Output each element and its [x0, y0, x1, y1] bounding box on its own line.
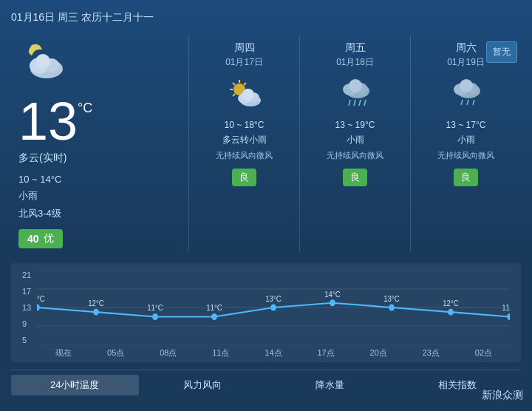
today-temperature: 13 °C [18, 95, 181, 148]
day1-range: 10 ~ 18°C [197, 120, 292, 130]
x-label-0: 现在 [37, 347, 89, 359]
svg-text:12°C: 12°C [443, 299, 459, 308]
aqi-badge: 40 优 [18, 229, 63, 248]
svg-point-20 [349, 79, 362, 92]
y-label-5: 5 [22, 336, 31, 344]
tab-24h-temp[interactable]: 24小时温度 [11, 375, 139, 395]
svg-text:11°C: 11°C [147, 304, 163, 313]
forecast-panels: 周四 01月17日 [188, 35, 521, 252]
temp-number: 13 [18, 95, 78, 148]
day3-icon [418, 76, 514, 114]
svg-line-30 [467, 100, 468, 105]
tab-wind[interactable]: 风力风向 [139, 375, 267, 395]
svg-point-28 [460, 79, 473, 92]
svg-point-38 [93, 309, 99, 316]
svg-line-9 [233, 83, 235, 85]
today-wind: 北风3-4级 [18, 207, 181, 220]
day1-aqi: 良 [232, 169, 256, 186]
chart-x-labels: 现在 05点 08点 11点 14点 17点 20点 23点 02点 [37, 347, 510, 359]
y-label-9: 9 [22, 319, 31, 328]
svg-text:11°C: 11°C [502, 304, 510, 313]
day3-weather: 小雨 [418, 134, 514, 146]
forecast-day-1: 周四 01月17日 [188, 35, 299, 252]
svg-point-39 [152, 313, 158, 320]
bottom-tabs: 24小时温度 风力风向 降水量 相关指数 [11, 370, 521, 395]
aqi-value: 40 [27, 233, 39, 245]
day3-aqi: 良 [454, 169, 478, 186]
today-weather-icon [18, 39, 181, 91]
forecast-day-3: 周六 01月19日 13 ~ 17°C [410, 35, 521, 252]
svg-text:13°C: 13°C [383, 295, 400, 304]
svg-text:14°C: 14°C [324, 290, 341, 299]
date-header: 01月16日 周三 农历十二月十一 [11, 7, 521, 28]
svg-point-44 [448, 309, 454, 316]
day1-date: 01月17日 [197, 56, 292, 69]
x-label-2: 08点 [142, 347, 194, 359]
x-label-5: 17点 [300, 347, 352, 359]
svg-point-43 [389, 305, 395, 311]
svg-line-22 [354, 100, 355, 106]
day3-wind: 无持续风向微风 [418, 150, 514, 161]
day2-weather: 小雨 [307, 134, 403, 146]
main-content: 13 °C 多云(实时) 10 ~ 14°C 小雨 北风3-4级 40 优 周四… [11, 35, 521, 252]
svg-point-42 [330, 299, 335, 306]
x-label-6: 20点 [352, 347, 405, 359]
date-text: 01月16日 周三 农历十二月十一 [11, 11, 154, 23]
temperature-chart-section: 21 17 13 9 5 [11, 263, 521, 362]
day2-range: 13 ~ 19°C [307, 120, 403, 130]
y-label-17: 17 [22, 287, 31, 296]
svg-text:11°C: 11°C [206, 304, 222, 313]
svg-point-41 [270, 305, 276, 311]
svg-point-40 [211, 313, 217, 320]
svg-line-29 [461, 100, 463, 105]
chart-y-labels: 21 17 13 9 5 [22, 271, 31, 344]
today-panel: 13 °C 多云(实时) 10 ~ 14°C 小雨 北风3-4级 40 优 [11, 35, 188, 252]
svg-line-12 [233, 94, 235, 96]
svg-point-45 [507, 313, 510, 320]
svg-text:13°C: 13°C [37, 295, 45, 304]
svg-line-31 [473, 100, 474, 105]
day1-wind: 无持续风向微风 [197, 150, 292, 161]
day3-range: 13 ~ 17°C [418, 120, 514, 130]
day1-icon [197, 76, 292, 114]
x-label-3: 11点 [194, 347, 247, 359]
svg-line-23 [359, 100, 361, 106]
day2-date: 01月18日 [307, 56, 403, 69]
y-label-21: 21 [22, 271, 31, 279]
day2-name: 周五 [307, 41, 403, 55]
weather-app: 01月16日 周三 农历十二月十一 13 °C [0, 0, 532, 411]
today-range: 10 ~ 14°C [18, 174, 181, 185]
zhanhao-badge: 暂无 [486, 41, 517, 63]
day1-name: 周四 [197, 41, 292, 55]
svg-line-21 [349, 100, 350, 106]
svg-line-24 [364, 100, 366, 106]
svg-point-37 [37, 305, 40, 311]
chart-svg: 13°C 12°C 11°C 11°C 13°C 14°C 13°C 12°C … [37, 271, 510, 344]
y-label-13: 13 [22, 303, 31, 312]
day2-aqi: 良 [343, 169, 367, 186]
x-label-1: 05点 [89, 347, 142, 359]
x-label-4: 14点 [247, 347, 299, 359]
svg-point-16 [242, 89, 254, 101]
day2-wind: 无持续风向微风 [307, 150, 403, 161]
chart-area: 21 17 13 9 5 [22, 271, 510, 344]
chart-inner: 13°C 12°C 11°C 11°C 13°C 14°C 13°C 12°C … [37, 271, 510, 344]
forecast-day-2: 周五 01月18日 13 ~ [299, 35, 410, 252]
temp-unit: °C [78, 101, 92, 116]
aqi-label: 优 [44, 232, 54, 245]
svg-point-3 [35, 54, 50, 69]
tab-rainfall[interactable]: 降水量 [266, 375, 394, 395]
today-weather-text: 小雨 [18, 189, 181, 203]
x-label-8: 02点 [457, 347, 510, 359]
svg-line-11 [244, 83, 246, 85]
today-description: 多云(实时) [18, 152, 181, 165]
svg-text:12°C: 12°C [88, 299, 104, 308]
x-label-7: 23点 [405, 347, 457, 359]
logo-text: 新浪众测 [482, 389, 523, 402]
svg-text:13°C: 13°C [265, 295, 282, 304]
logo-area: 新浪众测 [482, 389, 523, 402]
day2-icon [307, 76, 403, 114]
day1-weather: 多云转小雨 [197, 134, 292, 146]
